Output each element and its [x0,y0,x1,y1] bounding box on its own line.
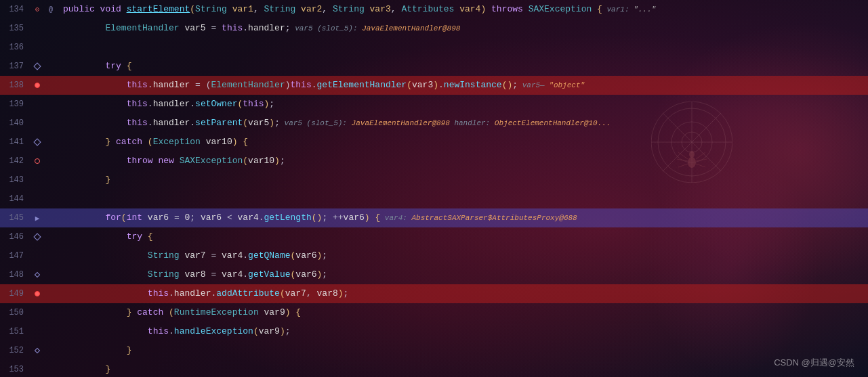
code-line-152: 152 } [0,341,868,360]
code-content-139: this.handler.setOwner(this); [58,95,868,114]
code-line-146: 146 try { [0,227,868,246]
bookmark-icon-134: ⊙ [35,5,39,14]
line-number-135: 135 [0,24,30,33]
code-editor: 134 ⊙ @ public void startElement(String … [0,0,868,377]
gutter-diamond-146 [33,233,41,240]
breakpoint-149 [35,291,40,296]
gutter-134: ⊙ [30,5,44,14]
gutter-diamond-141 [33,138,41,146]
line-number-139: 139 [0,99,30,109]
line-number-147: 147 [0,251,30,261]
keyword-public: public [63,4,100,14]
code-line-150: 150 } catch (RuntimeException var9) { [0,303,868,322]
code-content-148: String var8 = var4.getValue(var6); [58,265,868,284]
code-content-153: } [58,360,868,377]
code-line-145: 145 ▶ for(int var6 = 0; var6 < var4.getL… [0,208,868,227]
code-line-147: 147 String var7 = var4.getQName(var6); [0,246,868,265]
code-content-138: this.handler = (ElementHandler)this.getE… [58,76,868,95]
gutter-145: ▶ [30,214,44,223]
code-line-153: 153 } [0,360,868,377]
code-line-143: 143 } [0,171,868,190]
line-number-144: 144 [0,194,30,204]
line-number-150: 150 [0,308,30,317]
code-line-140: 140 this.handler.setParent(var5); var5 (… [0,114,868,133]
code-line-139: 139 this.handler.setOwner(this); [0,95,868,114]
code-content-140: this.handler.setParent(var5); var5 (slot… [58,114,868,133]
code-content-150: } catch (RuntimeException var9) { [58,303,868,322]
gutter-diamond-outline-148 [35,272,40,278]
gutter2-134: @ [44,6,58,14]
line-number-137: 137 [0,62,30,71]
gutter-141 [30,139,44,145]
watermark: CSDN @归遇@安然 [774,357,854,369]
code-line-144: 144 [0,190,868,208]
code-content-152: } [58,341,868,360]
gutter-146 [30,234,44,240]
gutter-152 [30,349,44,353]
code-line-136: 136 [0,38,868,57]
gutter-149 [30,291,44,296]
gutter-148 [30,273,44,277]
method-startElement: startElement [127,4,190,14]
gutter-diamond-137 [33,62,41,70]
code-content-147: String var7 = var4.getQName(var6); [58,246,868,265]
breakpoint-outline-142 [35,158,40,164]
code-line-137: 137 try { [0,57,868,76]
gutter-137 [30,64,44,69]
code-line-134: 134 ⊙ @ public void startElement(String … [0,0,868,19]
line-number-145: 145 [0,213,30,223]
line-number-153: 153 [0,365,30,374]
code-content-142: throw new SAXException(var10); [58,152,868,171]
line-number-141: 141 [0,137,30,147]
code-content-149: this.handler.addAttribute(var7, var8); [58,284,868,303]
line-number-148: 148 [0,270,30,280]
line-number-134: 134 [0,5,30,14]
code-content-141: } catch (Exception var10) { [58,133,868,152]
code-content-134: public void startElement(String var1, St… [58,0,868,19]
at-icon-134: @ [49,6,53,14]
gutter-diamond-152 [35,348,40,353]
code-line-148: 148 String var8 = var4.getValue(var6); [0,265,868,284]
line-number-138: 138 [0,81,30,90]
line-number-152: 152 [0,346,30,355]
arrow-icon-145: ▶ [35,214,40,223]
line-number-146: 146 [0,232,30,242]
keyword-void: void [100,4,127,14]
code-line-138: 138 this.handler = (ElementHandler)this.… [0,76,868,95]
line-number-151: 151 [0,327,30,336]
code-line-142: 142 throw new SAXException(var10); [0,152,868,171]
code-content-143: } [58,171,868,190]
gutter-138 [30,83,44,88]
code-line-135: 135 ElementHandler var5 = this.handler; … [0,19,868,38]
gutter-142 [30,158,44,164]
code-content-137: try { [58,57,868,76]
line-number-143: 143 [0,175,30,185]
code-content-151: this.handleException(var9); [58,322,868,341]
code-line-141: 141 } catch (Exception var10) { [0,133,868,152]
code-line-151: 151 this.handleException(var9); [0,322,868,341]
line-number-142: 142 [0,156,30,166]
code-content-145: for(int var6 = 0; var6 < var4.getLength(… [58,208,868,227]
line-number-136: 136 [0,43,30,52]
code-content-135: ElementHandler var5 = this.handler; var5… [58,19,868,38]
breakpoint-138 [35,83,40,88]
line-number-149: 149 [0,289,30,298]
code-line-149: 149 this.handler.addAttribute(var7, var8… [0,284,868,303]
code-content-146: try { [58,227,868,246]
line-number-140: 140 [0,118,30,128]
